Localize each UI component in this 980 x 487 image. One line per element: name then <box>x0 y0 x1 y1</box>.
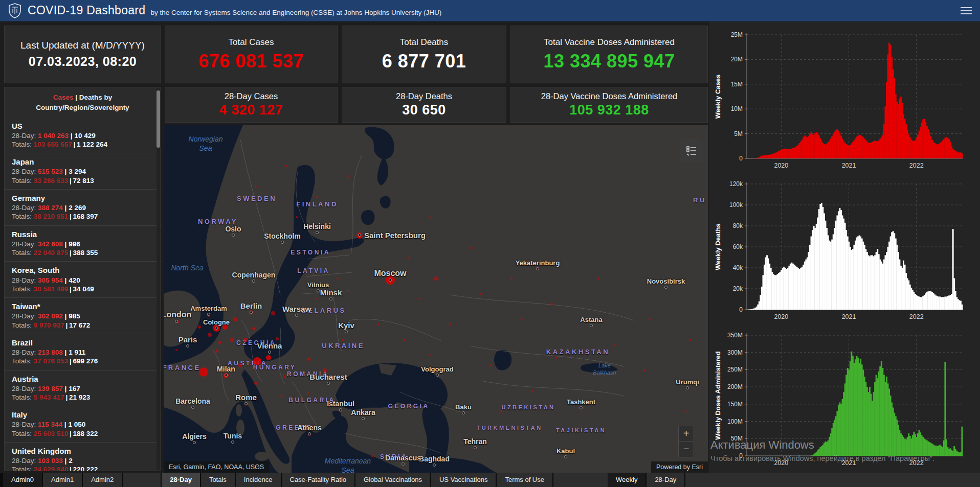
case-bubble[interactable] <box>252 327 255 330</box>
case-bubble[interactable] <box>408 257 410 259</box>
case-bubble[interactable] <box>283 375 286 378</box>
case-bubble[interactable] <box>555 357 558 359</box>
tab-admin0[interactable]: Admin0 <box>3 473 42 487</box>
case-bubble[interactable] <box>510 277 513 280</box>
svg-text:5M: 5M <box>734 130 743 137</box>
sidebar-scrollbar[interactable] <box>157 88 160 470</box>
country-entry[interactable]: Austria28-Day: 139 857 | 167Totals: 5 94… <box>5 370 161 406</box>
tab-28-day[interactable]: 28-Day <box>162 473 200 487</box>
case-bubble[interactable] <box>449 323 451 326</box>
case-bubble[interactable] <box>434 276 438 281</box>
country-entry[interactable]: Germany28-Day: 388 274 | 2 269Totals: 38… <box>5 189 161 225</box>
country-entry[interactable]: Italy28-Day: 115 344 | 1 050Totals: 25 6… <box>5 406 161 442</box>
country-entry[interactable]: United Kingdom28-Day: 103 033 | 2Totals:… <box>5 442 161 471</box>
total-deaths-card: Total Deaths 6 877 701 <box>342 26 506 83</box>
case-bubble[interactable] <box>377 323 380 326</box>
case-bubble[interactable] <box>253 357 261 365</box>
scrollbar-thumb[interactable] <box>157 90 160 148</box>
case-bubble[interactable] <box>371 455 373 457</box>
case-bubble[interactable] <box>238 363 242 367</box>
case-bubble[interactable] <box>175 349 177 351</box>
tab-incidence[interactable]: Incidence <box>236 473 281 487</box>
case-bubble[interactable] <box>307 358 310 361</box>
tab-totals[interactable]: Totals <box>201 473 235 487</box>
case-bubble[interactable] <box>230 338 234 342</box>
cases-word: Cases <box>53 94 74 101</box>
tab-terms-of-use[interactable]: Terms of Use <box>497 473 552 487</box>
case-bubble[interactable] <box>280 395 282 397</box>
app-header: COVID-19 Dashboard by the Center for Sys… <box>0 0 980 21</box>
country-entry[interactable]: Taiwan*28-Day: 302 092 | 985Totals: 9 97… <box>5 297 161 334</box>
tab-weekly[interactable]: Weekly <box>608 473 645 487</box>
weekly-deaths-chart[interactable]: 020k40k60k80k100k120k202020212022Weekly … <box>713 177 976 324</box>
svg-text:0: 0 <box>739 155 743 162</box>
city-dot <box>193 441 196 444</box>
case-bubble[interactable] <box>218 341 221 344</box>
case-bubble[interactable] <box>198 326 201 329</box>
case-bubble[interactable] <box>490 364 492 366</box>
case-bubble[interactable] <box>597 277 599 280</box>
city-dot <box>268 351 271 354</box>
zoom-in-button[interactable]: + <box>678 426 694 442</box>
svg-text:2022: 2022 <box>909 459 924 467</box>
weekly-doses-chart[interactable]: 050M100M150M200M250M300M350M202020212022… <box>713 328 976 470</box>
case-bubble[interactable] <box>403 339 405 341</box>
tab-admin1[interactable]: Admin1 <box>43 473 82 487</box>
case-bubble[interactable] <box>316 196 318 198</box>
case-bubble[interactable] <box>643 369 645 372</box>
weekly-cases-chart[interactable]: 05M10M15M20M25M202020212022Weekly Cases <box>713 28 976 173</box>
case-bubble[interactable] <box>429 216 431 218</box>
case-bubble[interactable] <box>266 355 271 360</box>
case-bubble[interactable] <box>337 277 339 280</box>
case-bubble[interactable] <box>255 185 257 188</box>
country-entry[interactable]: Japan28-Day: 515 523 | 3 294Totals: 33 2… <box>5 153 161 189</box>
case-bubble[interactable] <box>649 318 651 320</box>
case-bubble[interactable] <box>347 175 349 177</box>
case-bubble[interactable] <box>208 333 212 337</box>
zoom-out-button[interactable]: − <box>678 442 694 457</box>
case-bubble[interactable] <box>233 317 237 321</box>
map-canvas[interactable]: Norwegian SeaNorth SeaMediterranean SeaL… <box>164 125 708 473</box>
city-dot <box>358 234 361 237</box>
case-bubble[interactable] <box>689 339 692 341</box>
case-bubble[interactable] <box>323 368 327 373</box>
tab-global-vaccinations[interactable]: Global Vaccinations <box>355 473 430 487</box>
case-bubble[interactable] <box>551 303 553 305</box>
case-bubble[interactable] <box>276 337 279 340</box>
case-bubble[interactable] <box>531 390 533 392</box>
country-entry[interactable]: Korea, South28-Day: 305 954 | 420Totals:… <box>5 261 161 297</box>
case-bubble[interactable] <box>307 392 309 395</box>
country-entry[interactable]: US28-Day: 1 040 263 | 10 429Totals: 103 … <box>5 118 161 153</box>
case-bubble[interactable] <box>470 247 472 249</box>
case-bubble[interactable] <box>480 293 482 295</box>
case-bubble[interactable] <box>521 318 523 320</box>
case-bubble[interactable] <box>342 339 344 341</box>
case-bubble[interactable] <box>243 338 248 342</box>
svg-text:2021: 2021 <box>842 162 856 169</box>
case-bubble[interactable] <box>418 298 420 300</box>
case-bubble[interactable] <box>271 311 275 315</box>
country-entry[interactable]: Russia28-Day: 342 608 | 996Totals: 22 04… <box>5 225 161 262</box>
case-bubble[interactable] <box>254 382 257 385</box>
powered-by-esri[interactable]: Powered by Esri <box>651 461 708 473</box>
tab-28-day[interactable]: 28-Day <box>647 473 684 487</box>
case-bubble[interactable] <box>429 354 431 356</box>
layer-list-icon <box>685 145 698 157</box>
case-bubble[interactable] <box>500 410 502 412</box>
case-bubble[interactable] <box>316 298 318 300</box>
menu-icon[interactable] <box>961 7 972 14</box>
tab-us-vaccinations[interactable]: US Vaccinations <box>431 473 496 487</box>
tab-admin2[interactable]: Admin2 <box>83 473 122 487</box>
case-bubble[interactable] <box>613 344 615 346</box>
case-bubble[interactable] <box>296 216 298 218</box>
case-bubble[interactable] <box>285 165 287 167</box>
case-bubble[interactable] <box>215 350 218 353</box>
tab-case-fatality-ratio[interactable]: Case-Fatality Ratio <box>282 473 355 487</box>
svg-text:2022: 2022 <box>909 313 924 320</box>
case-bubble[interactable] <box>199 367 208 377</box>
map-basemap <box>164 125 708 473</box>
layer-list-button[interactable] <box>680 139 703 163</box>
case-bubble[interactable] <box>684 410 686 412</box>
total-deaths-value: 6 877 701 <box>382 51 466 72</box>
country-entry[interactable]: Brazil28-Day: 213 808 | 1 911Totals: 37 … <box>5 334 161 370</box>
